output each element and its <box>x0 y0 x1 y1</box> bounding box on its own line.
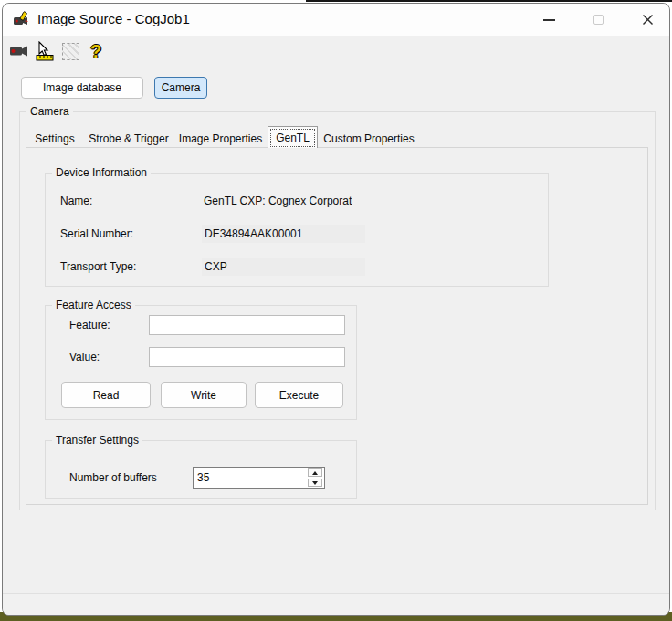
image-source-dialog: Image Source - CogJob1 <box>2 3 670 616</box>
close-button[interactable] <box>625 4 669 36</box>
close-icon <box>641 13 655 26</box>
tab-image-properties-label: Image Properties <box>179 132 262 145</box>
write-button-label: Write <box>191 389 216 402</box>
footer-strip <box>3 593 669 615</box>
image-database-label: Image database <box>43 81 121 94</box>
arrow-up-icon <box>312 471 318 475</box>
number-of-buffers-stepper <box>193 467 325 489</box>
serial-number-label: Serial Number: <box>60 227 133 240</box>
maximize-button[interactable] <box>576 4 620 36</box>
camera-button-label: Camera <box>162 81 201 94</box>
name-value: GenTL CXP: Cognex Corporat <box>204 195 352 207</box>
feature-input[interactable] <box>149 315 345 335</box>
number-of-buffers-label: Number of buffers <box>69 471 157 484</box>
read-button-label: Read <box>93 389 120 402</box>
number-of-buffers-input[interactable] <box>194 468 307 488</box>
transport-type-text: CXP <box>205 260 227 273</box>
tab-gentl[interactable]: GenTL <box>268 126 318 148</box>
feature-label: Feature: <box>69 319 110 332</box>
feature-access-label: Feature Access <box>52 299 135 311</box>
camera-button[interactable]: Camera <box>154 77 207 99</box>
pointer-ruler-icon[interactable] <box>34 39 56 63</box>
video-camera-icon[interactable] <box>8 39 30 63</box>
tab-image-properties[interactable]: Image Properties <box>174 130 267 148</box>
maximize-icon <box>593 15 604 25</box>
minimize-icon <box>543 19 555 21</box>
tab-gentl-label: GenTL <box>276 132 310 144</box>
spinner-buttons <box>307 468 323 487</box>
transport-type-label: Transport Type: <box>60 260 136 273</box>
help-icon[interactable]: ? <box>85 39 107 63</box>
tab-settings-label: Settings <box>35 132 74 145</box>
transfer-settings-label: Transfer Settings <box>52 434 142 447</box>
tab-settings[interactable]: Settings <box>28 130 81 148</box>
spin-up-button[interactable] <box>308 468 322 477</box>
name-label: Name: <box>60 195 92 207</box>
spin-down-button[interactable] <box>308 479 322 487</box>
tab-strobe-trigger[interactable]: Strobe & Trigger <box>83 130 174 148</box>
toolbar: ? <box>3 36 669 70</box>
desktop-edge-top <box>306 0 672 2</box>
transport-type-value: CXP <box>202 258 365 276</box>
write-button[interactable]: Write <box>161 382 247 408</box>
serial-number-value: DE34894AAK00001 <box>202 225 365 243</box>
camera-groupbox-label: Camera <box>26 105 73 118</box>
serial-number-text: DE34894AAK00001 <box>205 227 302 240</box>
camera-pencil-icon <box>14 11 30 27</box>
image-grid-disabled-icon <box>59 39 81 63</box>
read-button[interactable]: Read <box>61 382 151 408</box>
minimize-button[interactable] <box>527 4 571 36</box>
help-glyph: ? <box>90 41 101 62</box>
window-title: Image Source - CogJob1 <box>37 11 190 26</box>
value-input[interactable] <box>149 347 345 367</box>
tab-strobe-trigger-label: Strobe & Trigger <box>89 132 168 145</box>
execute-button-label: Execute <box>279 389 319 402</box>
arrow-down-icon <box>312 481 318 485</box>
tab-custom-properties[interactable]: Custom Properties <box>318 130 420 148</box>
screen: Image Source - CogJob1 <box>0 0 672 621</box>
device-information-label: Device Information <box>52 166 151 179</box>
tab-custom-properties-label: Custom Properties <box>323 132 414 145</box>
titlebar: Image Source - CogJob1 <box>3 4 669 36</box>
value-label: Value: <box>69 351 100 363</box>
image-database-button[interactable]: Image database <box>21 77 143 99</box>
execute-button[interactable]: Execute <box>255 382 343 408</box>
